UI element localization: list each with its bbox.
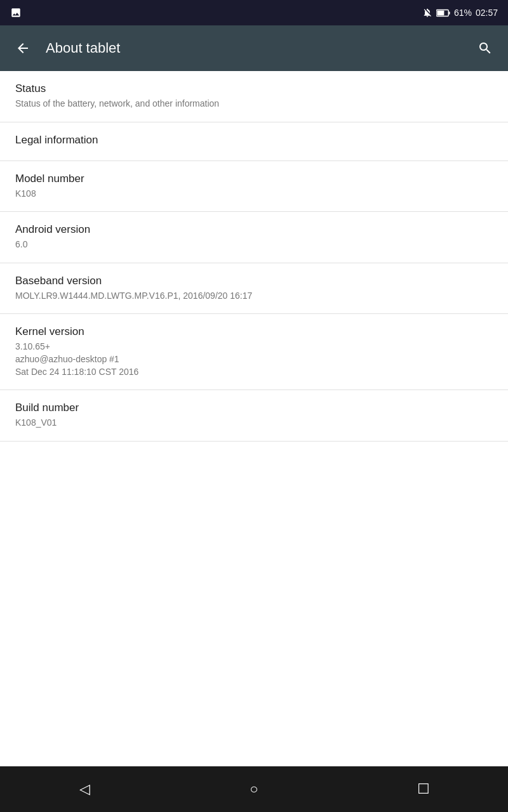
settings-item-title-build: Build number xyxy=(15,402,493,414)
settings-item-status[interactable]: StatusStatus of the battery, network, an… xyxy=(0,71,508,122)
settings-item-subtitle-kernel: 3.10.65+ azhuo@azhuo-desktop #1 Sat Dec … xyxy=(15,341,493,378)
settings-item-android[interactable]: Android version6.0 xyxy=(0,212,508,263)
nav-recents-button[interactable]: ☐ xyxy=(404,770,443,808)
settings-item-subtitle-build: K108_V01 xyxy=(15,417,493,429)
status-bar: 61% 02:57 xyxy=(0,0,508,25)
settings-item-title-status: Status xyxy=(15,82,493,95)
settings-item-title-kernel: Kernel version xyxy=(15,325,493,338)
settings-item-subtitle-status: Status of the battery, network, and othe… xyxy=(15,98,493,110)
settings-item-subtitle-model: K108 xyxy=(15,188,493,200)
settings-item-kernel[interactable]: Kernel version3.10.65+ azhuo@azhuo-deskt… xyxy=(0,314,508,390)
content-area: StatusStatus of the battery, network, an… xyxy=(0,71,508,766)
app-bar: About tablet xyxy=(0,25,508,71)
time-display: 02:57 xyxy=(476,8,498,18)
settings-item-title-android: Android version xyxy=(15,223,493,236)
settings-item-subtitle-android: 6.0 xyxy=(15,239,493,251)
settings-item-title-baseband: Baseband version xyxy=(15,275,493,287)
page-title: About tablet xyxy=(46,40,472,56)
nav-bar: ◁ ○ ☐ xyxy=(0,766,508,812)
svg-rect-1 xyxy=(449,11,450,15)
search-button[interactable] xyxy=(472,36,498,61)
nav-home-button[interactable]: ○ xyxy=(235,770,273,808)
settings-item-build[interactable]: Build numberK108_V01 xyxy=(0,390,508,442)
settings-item-legal[interactable]: Legal information xyxy=(0,122,508,161)
notification-off-icon xyxy=(422,8,432,18)
battery-icon xyxy=(436,9,450,17)
settings-item-title-legal: Legal information xyxy=(15,134,493,147)
status-bar-left xyxy=(10,7,417,18)
back-button[interactable] xyxy=(10,36,36,61)
settings-item-baseband[interactable]: Baseband versionMOLY.LR9.W1444.MD.LWTG.M… xyxy=(0,263,508,315)
photo-icon xyxy=(10,7,22,18)
settings-item-title-model: Model number xyxy=(15,173,493,185)
battery-percentage: 61% xyxy=(454,8,472,18)
svg-rect-2 xyxy=(437,10,444,15)
settings-item-model[interactable]: Model numberK108 xyxy=(0,161,508,213)
status-icons: 61% 02:57 xyxy=(422,8,498,18)
settings-item-subtitle-baseband: MOLY.LR9.W1444.MD.LWTG.MP.V16.P1, 2016/0… xyxy=(15,290,493,303)
nav-back-button[interactable]: ◁ xyxy=(65,770,104,808)
